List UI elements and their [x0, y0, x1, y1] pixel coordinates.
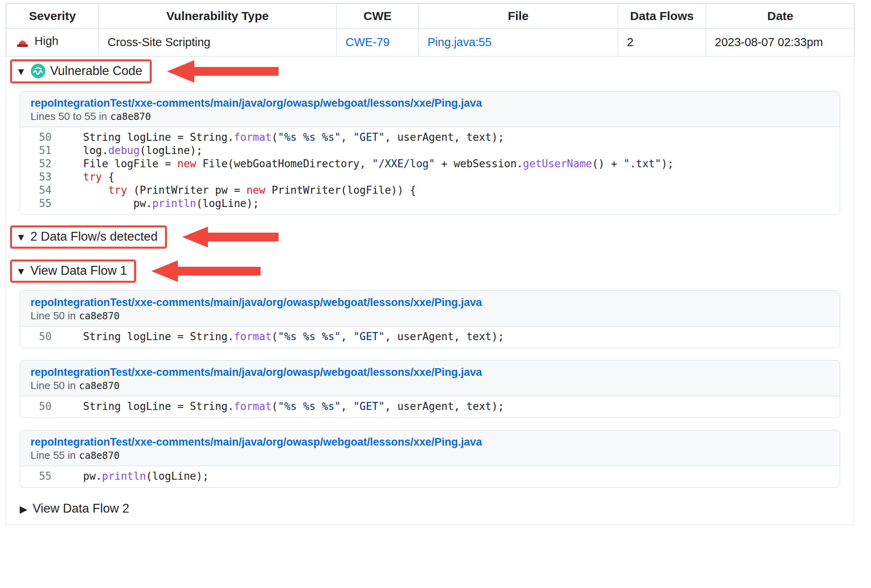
- view-data-flow-2-summary[interactable]: ▶ View Data Flow 2: [20, 501, 129, 516]
- file-location-link[interactable]: Ping.java:55: [427, 36, 492, 49]
- annotation-arrow-icon: [167, 59, 279, 84]
- vulnerability-table: Severity Vulnerability Type CWE File Dat…: [6, 4, 855, 57]
- file-path-link[interactable]: repoIntegrationTest/xxe-comments/main/ja…: [31, 97, 482, 109]
- line-range-label: Line 50 in: [31, 310, 76, 322]
- commit-sha: ca8e870: [79, 450, 120, 461]
- triangle-down-icon: ▼: [16, 266, 26, 276]
- report-body: ▼ Vulnerable Code: [6, 57, 854, 525]
- code-block-header: repoIntegrationTest/xxe-comments/main/ja…: [20, 361, 840, 396]
- code-text: String logLine = String.format("%s %s %s…: [70, 400, 504, 413]
- view-data-flow-1-summary[interactable]: ▼ View Data Flow 1: [16, 264, 127, 278]
- code-text: try (PrintWriter pw = new PrintWriter(lo…: [70, 184, 416, 197]
- code-text: String logLine = String.format("%s %s %s…: [70, 131, 504, 144]
- line-number: 53: [20, 170, 70, 184]
- vulnerability-row: High Cross-Site Scripting CWE-79 Ping.ja…: [6, 28, 855, 57]
- cwe-cell: CWE-79: [337, 28, 419, 57]
- code-block-header: repoIntegrationTest/xxe-comments/main/ja…: [20, 291, 840, 326]
- vulnerability-report: Severity Vulnerability Type CWE File Dat…: [6, 3, 854, 525]
- code-lines: 50String logLine = String.format("%s %s …: [20, 127, 840, 215]
- col-header-cwe: CWE: [337, 4, 419, 28]
- col-header-vulnerability-type: Vulnerability Type: [99, 4, 337, 28]
- summary-label: Vulnerable Code: [50, 64, 142, 78]
- commit-sha: ca8e870: [79, 380, 120, 391]
- code-block-header: repoIntegrationTest/xxe-comments/main/ja…: [20, 430, 840, 466]
- code-block-flow-step: repoIntegrationTest/xxe-comments/main/ja…: [20, 430, 840, 488]
- col-header-date: Date: [706, 4, 855, 28]
- code-block-header: repoIntegrationTest/xxe-comments/main/ja…: [20, 91, 840, 127]
- line-number: 51: [20, 144, 70, 157]
- line-number: 55: [20, 197, 70, 210]
- severity-label: High: [35, 34, 59, 48]
- line-number: 55: [20, 470, 70, 483]
- date-cell: 2023-08-07 02:33pm: [706, 28, 855, 57]
- line-number: 50: [20, 330, 70, 343]
- annotation-arrow-icon: [151, 259, 260, 283]
- page: Severity Vulnerability Type CWE File Dat…: [0, 0, 871, 588]
- code-line: 50String logLine = String.format("%s %s …: [20, 400, 840, 413]
- line-range-label: Line 50 in: [31, 379, 76, 391]
- file-path-link[interactable]: repoIntegrationTest/xxe-comments/main/ja…: [31, 296, 482, 309]
- col-header-severity: Severity: [6, 4, 99, 28]
- code-line: 54 try (PrintWriter pw = new PrintWriter…: [20, 184, 840, 197]
- line-range-label: Lines 50 to 55 in: [31, 110, 107, 122]
- line-info: Line 55 inca8e870: [31, 449, 829, 462]
- annotation-arrow-icon: [182, 225, 279, 249]
- triangle-down-icon: ▼: [16, 67, 26, 77]
- line-number: 52: [20, 157, 70, 170]
- code-line: 50String logLine = String.format("%s %s …: [20, 131, 840, 144]
- triangle-right-icon: ▶: [20, 504, 27, 514]
- col-header-data-flows: Data Flows: [618, 4, 706, 28]
- file-path-link[interactable]: repoIntegrationTest/xxe-comments/main/ja…: [31, 366, 482, 379]
- code-line: 52File logFile = new File(webGoatHomeDir…: [20, 157, 840, 170]
- data-flows-row: ▼ 2 Data Flow/s detected: [10, 225, 840, 249]
- code-block-flow-step: repoIntegrationTest/xxe-comments/main/ja…: [20, 290, 840, 348]
- commit-sha: ca8e870: [110, 111, 151, 122]
- summary-label: View Data Flow 2: [33, 501, 129, 516]
- line-number: 50: [20, 400, 70, 413]
- view-data-flow-1-row: ▼ View Data Flow 1: [10, 259, 840, 283]
- code-text: log.debug(logLine);: [70, 144, 202, 157]
- line-number: 50: [20, 131, 70, 144]
- code-lines: 50String logLine = String.format("%s %s …: [20, 396, 840, 418]
- annotation-box-view-flow-1: ▼ View Data Flow 1: [10, 260, 136, 283]
- line-number: 54: [20, 184, 70, 197]
- line-range-label: Line 55 in: [31, 449, 76, 461]
- line-info: Lines 50 to 55 inca8e870: [31, 110, 829, 123]
- data-flows-cell: 2: [618, 28, 706, 57]
- code-text: File logFile = new File(webGoatHomeDirec…: [70, 157, 674, 170]
- summary-label: 2 Data Flow/s detected: [31, 229, 158, 244]
- code-text: pw.println(logLine);: [70, 470, 209, 483]
- vulnerable-code-row: ▼ Vulnerable Code: [10, 59, 840, 84]
- code-line: 55pw.println(logLine);: [20, 470, 840, 483]
- cwe-link[interactable]: CWE-79: [346, 36, 390, 49]
- vulnerable-code-summary[interactable]: ▼ Vulnerable Code: [16, 63, 142, 79]
- file-path-link[interactable]: repoIntegrationTest/xxe-comments/main/ja…: [31, 436, 482, 448]
- code-lines: 55pw.println(logLine);: [20, 466, 840, 487]
- code-line: 55 pw.println(logLine);: [20, 197, 840, 210]
- code-text: try {: [70, 170, 114, 184]
- vulnerability-type-cell: Cross-Site Scripting: [99, 28, 337, 57]
- scanner-logo-icon: [31, 63, 46, 79]
- file-cell: Ping.java:55: [419, 28, 618, 57]
- code-line: 51log.debug(logLine);: [20, 144, 840, 157]
- annotation-box-data-flows: ▼ 2 Data Flow/s detected: [10, 225, 167, 249]
- summary-label: View Data Flow 1: [31, 264, 127, 278]
- code-text: String logLine = String.format("%s %s %s…: [70, 330, 504, 343]
- code-lines: 50String logLine = String.format("%s %s …: [20, 326, 840, 348]
- code-block-vulnerable: repoIntegrationTest/xxe-comments/main/ja…: [20, 91, 840, 215]
- severity-cell: High: [6, 28, 99, 57]
- line-info: Line 50 inca8e870: [31, 379, 829, 392]
- col-header-file: File: [419, 4, 618, 28]
- commit-sha: ca8e870: [79, 310, 120, 322]
- data-flows-summary[interactable]: ▼ 2 Data Flow/s detected: [16, 229, 158, 244]
- code-text: pw.println(logLine);: [70, 197, 259, 210]
- table-header-row: Severity Vulnerability Type CWE File Dat…: [6, 4, 855, 28]
- line-info: Line 50 inca8e870: [31, 310, 829, 322]
- siren-icon: [15, 34, 30, 48]
- annotation-box-vulnerable-code: ▼ Vulnerable Code: [10, 59, 152, 83]
- code-line: 50String logLine = String.format("%s %s …: [20, 330, 840, 343]
- code-block-flow-step: repoIntegrationTest/xxe-comments/main/ja…: [20, 360, 840, 418]
- triangle-down-icon: ▼: [16, 232, 26, 242]
- code-line: 53try {: [20, 170, 840, 184]
